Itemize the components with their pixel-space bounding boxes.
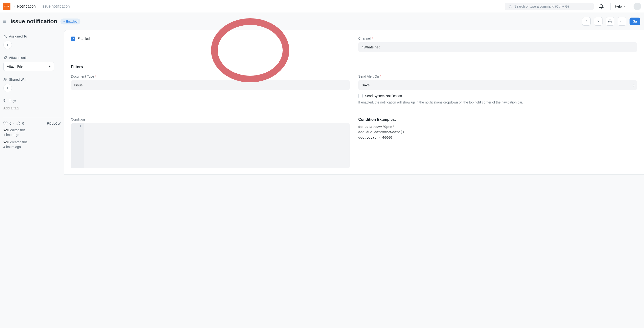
page-header: issue notification Enabled Sa xyxy=(0,13,644,30)
examples-title: Condition Examples: xyxy=(358,118,637,122)
add-share-button[interactable]: + xyxy=(3,84,12,92)
svg-rect-5 xyxy=(609,22,611,23)
channel-field[interactable] xyxy=(358,42,637,52)
add-assignee-button[interactable]: + xyxy=(3,41,12,49)
attach-file-button[interactable]: Attach File + xyxy=(3,62,54,71)
breadcrumb: › Notification › issue notification xyxy=(13,4,70,9)
log-entry: You created this 4 hours ago xyxy=(3,140,61,149)
log-entry: You edited this 1 hour ago xyxy=(3,128,61,137)
svg-point-7 xyxy=(622,21,622,22)
users-icon xyxy=(3,78,7,81)
user-icon xyxy=(3,35,7,38)
breadcrumb-current: issue notification xyxy=(42,4,70,9)
chevron-left-icon xyxy=(584,20,588,23)
page-title: issue notification xyxy=(10,18,57,25)
svg-point-12 xyxy=(4,100,5,100)
condition-label: Condition xyxy=(71,118,350,121)
check-icon xyxy=(72,37,74,40)
main-content: Enabled Channel* Filters xyxy=(64,30,644,328)
shared-with-label: Shared With xyxy=(3,78,61,81)
help-label: Help xyxy=(615,5,622,8)
tags-label: Tags xyxy=(3,99,61,103)
sidebar: Assigned To + Attachments Attach File + … xyxy=(0,30,64,328)
top-nav: ERP › Notification › issue notification … xyxy=(0,0,644,13)
svg-line-1 xyxy=(511,7,512,8)
channel-label: Channel* xyxy=(358,37,637,40)
filters-title: Filters xyxy=(71,65,637,69)
send-system-label: Send System Notification xyxy=(365,94,402,98)
printer-icon xyxy=(608,20,612,23)
send-alert-label: Send Alert On* xyxy=(358,75,637,78)
doctype-label: Document Type* xyxy=(71,75,350,78)
chevron-right-icon: › xyxy=(13,4,14,9)
plus-icon: + xyxy=(48,65,50,68)
svg-point-10 xyxy=(4,78,6,80)
doctype-field[interactable] xyxy=(71,80,350,90)
svg-point-9 xyxy=(4,35,6,36)
hamburger-icon xyxy=(2,19,7,24)
select-chevrons-icon: ▴▾ xyxy=(633,83,635,87)
tag-icon xyxy=(3,99,7,103)
comment-count: 0 xyxy=(22,122,24,125)
app-logo[interactable]: ERP xyxy=(3,3,10,10)
next-button[interactable] xyxy=(594,17,602,26)
search-input[interactable]: Search or type a command (Ctrl + G) xyxy=(505,3,594,10)
paperclip-icon xyxy=(3,56,7,60)
condition-editor[interactable]: 1 xyxy=(71,123,350,168)
chevron-right-icon xyxy=(596,20,600,23)
examples-code: doc.status=="Open" doc.due_date==nowdate… xyxy=(358,124,637,140)
assigned-to-label: Assigned To xyxy=(3,35,61,38)
status-badge: Enabled xyxy=(60,19,80,25)
svg-point-0 xyxy=(509,5,511,7)
tag-input[interactable] xyxy=(3,105,61,111)
comment-icon[interactable] xyxy=(16,121,20,126)
search-icon xyxy=(508,5,512,8)
send-system-checkbox[interactable] xyxy=(358,94,362,98)
editor-gutter: 1 xyxy=(71,123,84,168)
heart-icon[interactable] xyxy=(3,121,8,126)
menu-toggle[interactable] xyxy=(2,19,7,24)
print-button[interactable] xyxy=(606,17,614,26)
avatar[interactable] xyxy=(634,3,641,10)
save-button[interactable]: Sa xyxy=(630,18,640,25)
svg-point-6 xyxy=(620,21,621,22)
editor-content[interactable] xyxy=(84,123,350,168)
activity-counts: 0 · 0 FOLLOW xyxy=(3,121,61,126)
breadcrumb-parent[interactable]: Notification xyxy=(17,4,36,9)
enabled-checkbox[interactable] xyxy=(71,37,75,41)
help-dropdown[interactable]: Help xyxy=(610,3,628,10)
chevron-down-icon xyxy=(623,5,626,8)
send-alert-field[interactable] xyxy=(358,80,637,90)
follow-button[interactable]: FOLLOW xyxy=(47,122,61,125)
like-count: 0 xyxy=(10,122,12,125)
attach-file-label: Attach File xyxy=(7,65,22,68)
bell-icon xyxy=(599,4,604,9)
page-body: Assigned To + Attachments Attach File + … xyxy=(0,30,644,328)
more-button[interactable] xyxy=(618,17,626,26)
svg-point-8 xyxy=(623,21,623,22)
enabled-label: Enabled xyxy=(78,37,90,41)
attachments-label: Attachments xyxy=(3,56,61,60)
send-system-help: If enabled, the notification will show u… xyxy=(358,100,637,105)
search-placeholder: Search or type a command (Ctrl + G) xyxy=(514,5,569,8)
prev-button[interactable] xyxy=(582,17,591,26)
svg-point-11 xyxy=(6,79,6,80)
chevron-right-icon: › xyxy=(38,4,39,9)
notifications-button[interactable] xyxy=(596,3,606,10)
dots-icon xyxy=(620,20,624,23)
